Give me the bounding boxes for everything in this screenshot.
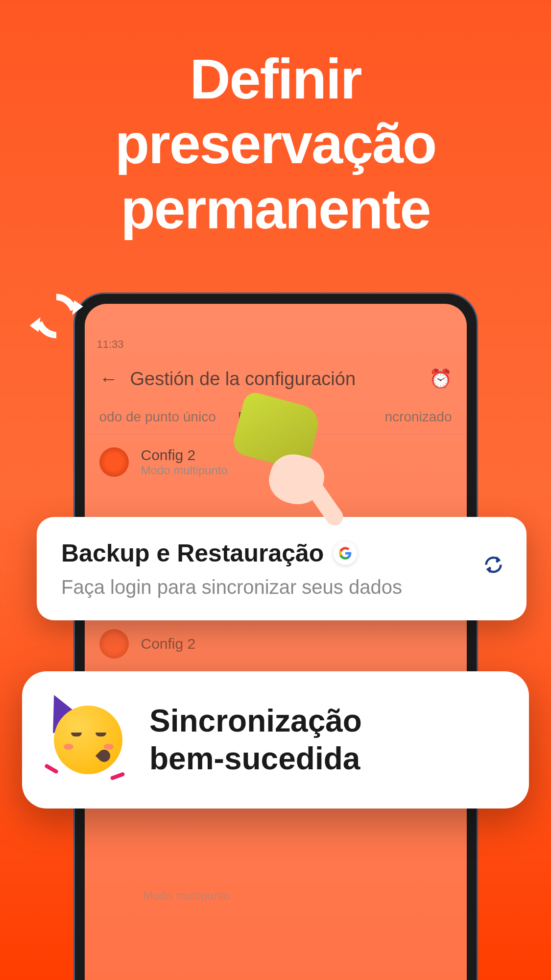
tab-single-point[interactable]: odo de punto único	[97, 402, 218, 434]
back-arrow-icon[interactable]: ←	[99, 368, 118, 390]
backup-subtitle: Faça login para sincronizar seus dados	[61, 576, 502, 598]
tab-sync[interactable]: ncronizado	[383, 402, 455, 434]
success-line-1: Sincronização	[149, 702, 362, 740]
alarm-icon[interactable]: ⏰	[429, 368, 452, 390]
success-card: Sincronização bem-sucedida	[22, 671, 529, 808]
config-text: Config 2	[141, 636, 452, 652]
config-item[interactable]: Config 2	[85, 617, 467, 671]
app-title: Gestión de la configuración	[130, 368, 417, 390]
success-line-2: bem-sucedida	[149, 740, 362, 778]
party-emoji-icon	[47, 698, 130, 782]
sync-icon	[24, 284, 88, 348]
config-mode: Modo multipunto	[144, 889, 452, 903]
app-header: ← Gestión de la configuración ⏰	[85, 356, 467, 402]
phone-frame: 11:33 ← Gestión de la configuración ⏰ od…	[75, 294, 477, 980]
hero-line-2: preservação	[0, 111, 551, 176]
config-text: Modo multipunto	[144, 889, 452, 903]
hero-line-1: Definir	[0, 47, 551, 111]
config-item[interactable]: Modo multipunto	[85, 877, 467, 915]
config-icon	[99, 447, 129, 477]
config-name: Config 2	[141, 636, 452, 652]
sync-arrows-icon[interactable]	[482, 554, 504, 576]
config-icon	[99, 629, 129, 659]
hero-title: Definir preservação permanente	[0, 0, 551, 241]
status-bar: 11:33	[85, 333, 467, 356]
hero-line-3: permanente	[0, 176, 551, 241]
success-text: Sincronização bem-sucedida	[149, 702, 362, 778]
status-time: 11:33	[97, 338, 124, 351]
